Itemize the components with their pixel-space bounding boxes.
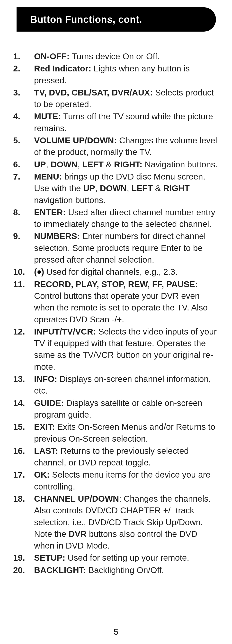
dot-icon: [38, 270, 41, 274]
item-term: UP: [34, 160, 46, 169]
page-number: 5: [0, 627, 232, 637]
list-item: 4. MUTE: Turns off the TV sound while th…: [13, 110, 219, 134]
item-desc: Exits On-Screen Menus and/or Returns to …: [34, 422, 215, 443]
item-number: 3.: [13, 87, 32, 98]
item-term: MUTE:: [34, 112, 61, 121]
list-item: 18. CHANNEL UP/DOWN: Changes the channel…: [13, 493, 219, 552]
item-number: 15.: [13, 421, 32, 433]
item-term-open: (: [34, 267, 37, 276]
button-functions-list: 1. ON-OFF: Turns device On or Off. 2. Re…: [13, 50, 219, 576]
list-item: 3. TV, DVD, CBL/SAT, DVR/AUX: Selects pr…: [13, 87, 219, 110]
item-number: 18.: [13, 493, 32, 504]
item-desc: Navigation buttons.: [142, 160, 217, 169]
item-term: Red Indicator:: [34, 64, 91, 73]
item-term: RECORD, PLAY, STOP, REW, FF, PAUSE:: [34, 279, 198, 289]
item-desc: Displays on-screen channel information, …: [34, 374, 211, 395]
list-item: 5. VOLUME UP/DOWN: Changes the volume le…: [13, 134, 219, 158]
item-number: 20.: [13, 564, 32, 576]
item-term: INPUT/TV/VCR:: [34, 327, 96, 336]
item-number: 10.: [13, 266, 32, 278]
list-item: 6. UP, DOWN, LEFT & RIGHT: Navigation bu…: [13, 159, 219, 170]
item-desc: Used for setting up your remote.: [65, 553, 189, 562]
item-term: ENTER:: [34, 208, 66, 217]
item-term: RIGHT:: [114, 160, 142, 169]
list-item: 20. BACKLIGHT: Backlighting On/Off.: [13, 564, 219, 576]
inline-term: DOWN: [100, 184, 127, 193]
item-number: 1.: [13, 50, 32, 62]
item-number: 9.: [13, 230, 32, 242]
item-desc: Used for digital channels, e.g., 2.3.: [44, 267, 177, 276]
item-number: 19.: [13, 552, 32, 564]
list-item: 15. EXIT: Exits On-Screen Menus and/or R…: [13, 421, 219, 444]
item-desc: Control buttons that operate your DVR ev…: [34, 291, 208, 324]
item-number: 4.: [13, 110, 32, 122]
inline-term: DVR: [69, 529, 87, 538]
item-desc: Turns device On or Off.: [70, 52, 160, 61]
list-item: 2. Red Indicator: Lights when any button…: [13, 63, 219, 86]
item-number: 14.: [13, 397, 32, 409]
item-number: 7.: [13, 171, 32, 182]
item-term: SETUP:: [34, 553, 65, 562]
item-term: TV, DVD, CBL/SAT, DVR/AUX:: [34, 88, 153, 97]
list-item: 14. GUIDE: Displays satellite or cable o…: [13, 397, 219, 421]
list-item: 1. ON-OFF: Turns device On or Off.: [13, 50, 219, 62]
item-number: 11.: [13, 278, 32, 290]
list-item: 19. SETUP: Used for setting up your remo…: [13, 552, 219, 564]
manual-page: Button Functions, cont. 1. ON-OFF: Turns…: [0, 7, 232, 644]
section-title: Button Functions, cont.: [30, 14, 142, 25]
list-item: 12. INPUT/TV/VCR: Selects the video inpu…: [13, 326, 219, 373]
item-desc: Selects menu items for the device you ar…: [34, 470, 210, 491]
item-number: 6.: [13, 159, 32, 170]
item-term: MENU:: [34, 172, 62, 181]
item-term: LEFT: [82, 160, 103, 169]
item-term-close: ): [41, 267, 44, 276]
item-number: 17.: [13, 469, 32, 480]
list-item: 7. MENU: brings up the DVD disc Menu scr…: [13, 171, 219, 206]
item-term: GUIDE:: [34, 398, 64, 408]
item-term: ON-OFF:: [34, 52, 70, 61]
item-number: 12.: [13, 326, 32, 338]
list-item: 10. () Used for digital channels, e.g., …: [13, 266, 219, 278]
sep: ,: [127, 184, 131, 193]
sep: ,: [46, 160, 51, 169]
item-term: DOWN: [51, 160, 78, 169]
sep: &: [104, 160, 114, 169]
sep: ,: [95, 184, 100, 193]
list-item: 17. OK: Selects menu items for the devic…: [13, 469, 219, 492]
item-term: INFO:: [34, 374, 57, 384]
item-desc: navigation buttons.: [34, 195, 106, 205]
item-term: VOLUME UP/DOWN:: [34, 136, 117, 145]
item-desc: Turns off the TV sound while the picture…: [34, 112, 213, 133]
item-term: NUMBERS:: [34, 231, 80, 241]
item-number: 16.: [13, 445, 32, 457]
list-item: 16. LAST: Returns to the previously sele…: [13, 445, 219, 468]
list-item: 11. RECORD, PLAY, STOP, REW, FF, PAUSE: …: [13, 278, 219, 325]
item-number: 13.: [13, 373, 32, 385]
item-number: 2.: [13, 63, 32, 74]
item-term: LAST:: [34, 446, 58, 456]
item-term: OK:: [34, 470, 50, 479]
sep: ,: [78, 160, 82, 169]
inline-term: RIGHT: [163, 184, 190, 193]
item-desc: Backlighting On/Off.: [86, 565, 164, 575]
list-item: 9. NUMBERS: Enter numbers for direct cha…: [13, 230, 219, 266]
list-item: 8. ENTER: Used after direct channel numb…: [13, 206, 219, 230]
item-number: 8.: [13, 206, 32, 218]
item-number: 5.: [13, 134, 32, 146]
inline-term: UP: [83, 184, 95, 193]
section-header: Button Functions, cont.: [17, 7, 216, 32]
item-term: CHANNEL UP/DOWN: [34, 494, 119, 503]
sep: &: [153, 184, 163, 193]
item-term: EXIT:: [34, 422, 55, 432]
button-functions-list-container: 1. ON-OFF: Turns device On or Off. 2. Re…: [13, 50, 219, 576]
inline-term: LEFT: [132, 184, 153, 193]
list-item: 13. INFO: Displays on-screen channel inf…: [13, 373, 219, 397]
item-term: BACKLIGHT:: [34, 565, 86, 575]
